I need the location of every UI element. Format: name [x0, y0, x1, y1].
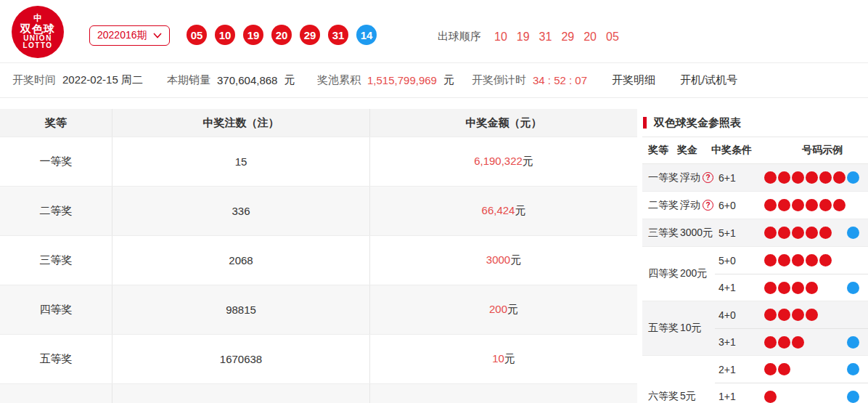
red-ball-sample — [778, 309, 790, 321]
red-ball-sample — [792, 199, 804, 211]
draw-order-number: 19 — [517, 30, 530, 44]
reference-group: 四等奖200元5+04+1 — [642, 247, 868, 301]
red-ball-sample — [806, 254, 818, 266]
reference-title-row: 双色球奖金参照表 — [642, 109, 868, 137]
blue-ball-sample — [847, 363, 859, 375]
red-ball-sample — [778, 336, 790, 349]
reference-group: 一等奖浮动?6+1 — [642, 164, 868, 192]
draw-order-number: 10 — [494, 30, 507, 44]
draw-time: 开奖时间 2022-02-15 周二 — [12, 63, 143, 97]
ref-subrow: 5+0 — [715, 247, 868, 274]
prize-pool: 奖池累积 1,515,799,969 元 — [317, 63, 454, 97]
blue-ball-sample — [847, 391, 859, 403]
ref-col-prize: 奖金 — [677, 144, 711, 157]
ref-col-tier: 奖等 — [642, 144, 677, 157]
question-mark-icon[interactable]: ? — [703, 172, 713, 183]
reference-group: 三等奖3000元5+1 — [642, 219, 868, 247]
period-selector-value: 2022016期 — [97, 29, 147, 42]
draw-order-numbers: 101931292005 — [494, 30, 619, 44]
red-ball-sample — [764, 254, 777, 266]
amount-cell: 66,424元 — [370, 187, 637, 235]
red-ball-sample — [792, 171, 804, 184]
count-cell: 2068 — [112, 236, 370, 285]
sales: 本期销量 370,604,868 元 — [167, 63, 295, 97]
tier-cell: 二等奖 — [0, 187, 112, 235]
win-condition: 5+0 — [715, 255, 748, 266]
red-ball-sample — [764, 199, 777, 211]
win-condition: 6+0 — [715, 200, 748, 211]
countdown: 开奖倒计时 34 : 52 : 07 — [472, 63, 587, 97]
red-ball-sample — [806, 309, 818, 321]
prize-reference-panel: 双色球奖金参照表 奖等 奖金 中奖条件 号码示例 一等奖浮动?6+1二等奖浮动?… — [642, 109, 868, 403]
ref-prize-label: 3000元 — [680, 227, 713, 240]
draw-order: 出球顺序 101931292005 — [438, 30, 619, 44]
ref-prize-label: 5元 — [680, 390, 696, 403]
red-ball-sample — [819, 227, 832, 239]
ref-tier-label: 四等奖 — [642, 267, 680, 280]
logo-title: 双色球 — [20, 23, 55, 35]
amount-cell: 6,190,322元 — [370, 137, 637, 186]
win-condition: 3+1 — [715, 336, 748, 348]
main-content: 奖等 中奖注数（注） 中奖金额（元） 一等奖156,190,322元二等奖336… — [0, 109, 868, 403]
red-ball-sample — [806, 171, 818, 184]
question-mark-icon[interactable]: ? — [703, 200, 713, 211]
reference-header-row: 奖等 奖金 中奖条件 号码示例 — [642, 137, 868, 164]
draw-order-number: 20 — [584, 30, 597, 44]
count-cell: 15 — [112, 137, 370, 186]
draw-order-number: 05 — [606, 30, 619, 44]
win-condition: 4+0 — [715, 309, 748, 321]
red-ball: 31 — [328, 25, 348, 45]
tier-cell: 三等奖 — [0, 236, 112, 285]
win-condition: 5+1 — [715, 227, 748, 239]
red-ball-sample — [819, 171, 832, 184]
ref-subrow: 5+1 — [715, 219, 868, 246]
reference-group: 六等奖5元2+11+1 — [642, 356, 868, 403]
table-row-partial — [0, 384, 637, 403]
red-ball-sample — [792, 309, 804, 321]
red-ball-sample — [778, 199, 790, 211]
win-condition: 2+1 — [715, 364, 748, 375]
red-ball-sample — [764, 227, 777, 239]
ref-prize-label: 200元 — [680, 267, 707, 280]
ref-tier-label: 一等奖 — [642, 171, 680, 184]
red-ball-sample — [792, 227, 804, 239]
drawn-balls: 05101920293114 — [187, 25, 377, 45]
blue-ball-sample — [847, 282, 859, 294]
sample-balls — [748, 282, 868, 294]
red-ball-sample — [778, 227, 790, 239]
red-ball-sample — [806, 199, 818, 211]
logo-subtitle-2: LOTTO — [22, 42, 52, 50]
draw-detail-link[interactable]: 开奖明细 — [612, 63, 655, 97]
machine-test-link[interactable]: 开机/试机号 — [680, 63, 737, 97]
ref-tier-label: 二等奖 — [642, 199, 680, 212]
period-selector[interactable]: 2022016期 — [89, 25, 170, 46]
col-header-count: 中奖注数（注） — [112, 109, 370, 137]
ref-tier-label: 六等奖 — [642, 390, 680, 403]
blue-ball-sample — [847, 227, 859, 239]
ref-subrow: 3+1 — [715, 328, 868, 355]
red-ball-sample — [806, 227, 818, 239]
red-ball-sample — [764, 391, 777, 403]
reference-group: 五等奖10元4+03+1 — [642, 301, 868, 356]
red-ball-sample — [806, 282, 818, 294]
draw-order-number: 29 — [561, 30, 574, 44]
red-ball: 05 — [187, 25, 207, 45]
reference-title: 双色球奖金参照表 — [654, 116, 741, 130]
red-ball-sample — [819, 254, 832, 266]
red-ball-sample — [778, 254, 790, 266]
red-ball-sample — [792, 282, 804, 294]
red-accent-bar — [643, 117, 647, 129]
ref-col-sample: 号码示例 — [777, 144, 868, 157]
col-header-tier: 奖等 — [0, 109, 112, 137]
red-ball-sample — [764, 363, 777, 375]
ref-prize-label: 浮动? — [680, 199, 713, 212]
table-row: 三等奖20683000元 — [0, 236, 637, 285]
results-table: 奖等 中奖注数（注） 中奖金额（元） 一等奖156,190,322元二等奖336… — [0, 109, 637, 403]
ref-tier-label: 三等奖 — [642, 227, 680, 240]
table-row: 二等奖33666,424元 — [0, 187, 637, 236]
red-ball-sample — [778, 282, 790, 294]
table-row: 四等奖98815200元 — [0, 285, 637, 335]
ref-tier-label: 五等奖 — [642, 322, 680, 335]
count-cell: 1670638 — [112, 335, 370, 383]
red-ball-sample — [833, 171, 846, 184]
